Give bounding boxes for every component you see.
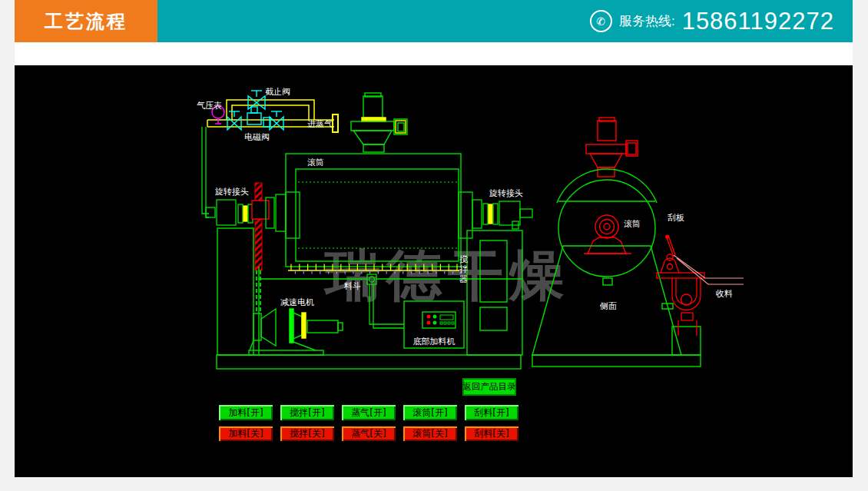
- side-drum: [557, 169, 657, 277]
- steam-on-button[interactable]: 蒸气[开]: [340, 403, 397, 422]
- steam-off-button[interactable]: 蒸气[关]: [340, 425, 397, 443]
- label-solenoid-valve: 电磁阀: [244, 132, 270, 142]
- label-rotary-joint-right: 旋转接头: [489, 188, 523, 198]
- header-bar: 工艺流程 ✆ 服务热线: 15861192272: [15, 0, 853, 42]
- side-feeder: [586, 118, 638, 177]
- hotline-label: 服务热线:: [619, 12, 675, 30]
- content-card: 瑞德干燥: [15, 42, 853, 477]
- label-drum-side: 滚筒: [624, 219, 641, 229]
- label-hopper: 料斗: [343, 281, 361, 291]
- stir-on-button[interactable]: 搅拌[开]: [279, 403, 336, 422]
- label-agitator-3: 器: [459, 274, 468, 284]
- scrape-on-button[interactable]: 刮料[开]: [463, 403, 520, 422]
- label-collect: 收料: [716, 289, 733, 299]
- scraper-assembly: [657, 235, 744, 337]
- label-gear-motor: 减速电机: [280, 297, 314, 307]
- label-stop-valve: 截止阀: [265, 87, 290, 97]
- top-feeder: [351, 93, 407, 152]
- service-hotline: ✆ 服务热线: 15861192272: [590, 8, 853, 35]
- back-to-catalog-button[interactable]: 返回产品目录: [461, 377, 518, 397]
- scrape-off-button[interactable]: 刮料[关]: [463, 425, 520, 443]
- label-rotary-joint-left: 旋转接头: [214, 187, 249, 197]
- label-bottom-feeder: 底部加料机: [413, 337, 456, 347]
- label-scraper: 刮板: [668, 213, 684, 223]
- label-agitator-2: 拌: [459, 264, 468, 274]
- process-diagram-canvas: 瑞德干燥: [15, 65, 853, 477]
- rotary-joint-left: [206, 200, 253, 225]
- label-agitator-1: 搅: [459, 254, 468, 264]
- rotary-joint-right: [459, 192, 532, 238]
- phone-icon: ✆: [590, 10, 612, 32]
- gear-motor: [249, 309, 343, 355]
- drive-shaft: [266, 192, 300, 238]
- stir-off-button[interactable]: 搅拌[关]: [279, 425, 336, 443]
- steam-feed-pipe: [202, 127, 209, 217]
- label-pressure-gauge: 气压表: [197, 101, 222, 111]
- drum-on-button[interactable]: 滚筒[开]: [402, 403, 459, 422]
- label-steam-inlet: 进蒸气: [307, 119, 333, 129]
- drum-off-button[interactable]: 滚筒[关]: [402, 425, 459, 443]
- label-drum-front: 滚筒: [307, 158, 324, 168]
- feed-off-button[interactable]: 加料[关]: [217, 425, 274, 443]
- page-title: 工艺流程: [15, 0, 157, 42]
- label-side-view: 侧面: [599, 301, 617, 311]
- drive-sprocket: [252, 183, 269, 313]
- feed-on-button[interactable]: 加料[开]: [217, 403, 274, 422]
- hotline-number: 15861192272: [682, 8, 834, 35]
- watermark-text: 瑞德干燥: [323, 243, 571, 307]
